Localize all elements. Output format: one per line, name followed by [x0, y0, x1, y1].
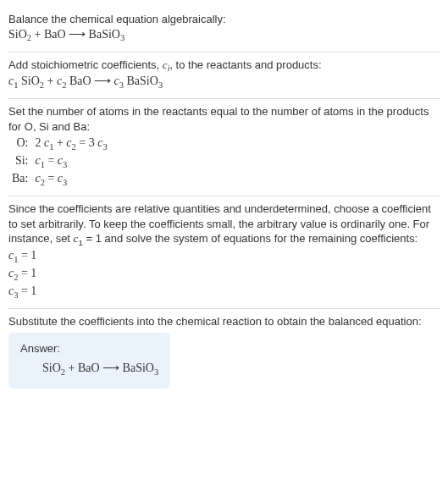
section-solve: Since the coefficients are relative quan…: [8, 196, 440, 308]
row-label: O:: [8, 135, 31, 153]
coef-line: c3 = 1: [8, 284, 440, 301]
atom-balance-intro: Set the number of atoms in the reactants…: [8, 104, 440, 134]
species-sio2: SiO: [18, 75, 39, 87]
subscript: 2: [62, 80, 66, 90]
coef-line: c1 = 1: [8, 248, 440, 266]
subscript: 1: [78, 238, 82, 247]
subscript: 3: [102, 142, 107, 152]
row-equation: 2 c1 + c2 = 3 c3: [31, 135, 110, 153]
answer-intro: Substitute the coefficients into the che…: [8, 314, 440, 329]
table-row: O: 2 c1 + c2 = 3 c3: [8, 135, 111, 153]
text: , to the reactants and products:: [169, 58, 321, 71]
solve-intro: Since the coefficients are relative quan…: [8, 202, 440, 248]
species-basio3: BaSiO: [124, 75, 158, 87]
subscript: 3: [14, 290, 18, 300]
section-prompt: Balance the chemical equation algebraica…: [8, 7, 440, 52]
coef-line: c2 = 1: [8, 266, 440, 284]
text-plus-bao: + BaO: [65, 362, 102, 374]
atom-balance-table: O: 2 c1 + c2 = 3 c3 Si: c1 = c3 Ba: c2 =…: [8, 135, 111, 189]
subscript: 2: [61, 367, 65, 377]
subscript: 2: [41, 178, 45, 187]
section-answer: Substitute the coefficients into the che…: [8, 309, 440, 395]
row-label: Si:: [8, 153, 31, 171]
text: = 1: [18, 249, 36, 262]
var: c: [35, 172, 40, 185]
text-plus-bao: + BaO: [31, 28, 69, 41]
subscript: 3: [158, 80, 163, 90]
table-row: Ba: c2 = c3: [8, 171, 111, 189]
text: = 3: [76, 136, 97, 149]
subscript: 3: [63, 160, 67, 169]
table-row: Si: c1 = c3: [8, 153, 111, 171]
text: 2: [35, 136, 44, 149]
species-sio2: SiO: [42, 362, 61, 374]
coefficients-intro: Add stoichiometric coefficients, ci, to …: [8, 58, 440, 75]
subscript: 2: [14, 273, 18, 282]
section-coefficients: Add stoichiometric coefficients, ci, to …: [8, 52, 440, 99]
equation-with-coeffs: c1 SiO2 + c2 BaO ⟶ c3 BaSiO3: [8, 74, 440, 91]
row-label: Ba:: [8, 171, 31, 189]
species-basio3: BaSiO: [119, 362, 154, 374]
subscript: 1: [14, 80, 18, 90]
equation-unbalanced: SiO2 + BaO ⟶ BaSiO3: [8, 27, 440, 45]
reaction-arrow-icon: ⟶: [94, 75, 111, 87]
subscript: i: [168, 64, 170, 73]
balanced-equation: SiO2 + BaO ⟶ BaSiO3: [20, 361, 158, 378]
section-atom-balance: Set the number of atoms in the reactants…: [8, 99, 440, 196]
row-equation: c2 = c3: [31, 171, 110, 189]
subscript: 1: [41, 160, 45, 169]
species-bao: BaO: [66, 75, 94, 87]
reaction-arrow-icon: ⟶: [69, 28, 86, 41]
row-equation: c1 = c3: [31, 153, 110, 171]
var: c: [35, 154, 40, 167]
subscript: 1: [49, 142, 53, 152]
text: =: [45, 172, 58, 185]
prompt-title: Balance the chemical equation algebraica…: [8, 12, 440, 27]
subscript: 2: [72, 142, 76, 152]
text: = 1: [18, 284, 36, 297]
answer-box: Answer: SiO2 + BaO ⟶ BaSiO3: [8, 333, 170, 389]
text: = 1: [18, 267, 36, 279]
subscript: 3: [120, 33, 124, 42]
species-sio2: SiO: [8, 28, 27, 41]
subscript: 3: [63, 178, 67, 187]
text: Add stoichiometric coefficients,: [8, 58, 163, 71]
var-ci: c: [163, 58, 168, 71]
species-basio3: BaSiO: [86, 28, 120, 41]
subscript: 2: [40, 80, 44, 90]
reaction-arrow-icon: ⟶: [102, 362, 119, 374]
subscript: 2: [27, 33, 31, 42]
text: = 1 and solve the system of equations fo…: [83, 232, 418, 245]
coef-c3: c: [114, 75, 119, 87]
subscript: 3: [119, 80, 124, 90]
text: =: [45, 154, 58, 167]
var: c: [66, 136, 71, 149]
answer-label: Answer:: [20, 341, 158, 356]
subscript: 3: [154, 367, 158, 377]
subscript: 1: [14, 255, 18, 264]
plus: +: [44, 75, 57, 87]
text: +: [53, 136, 66, 149]
